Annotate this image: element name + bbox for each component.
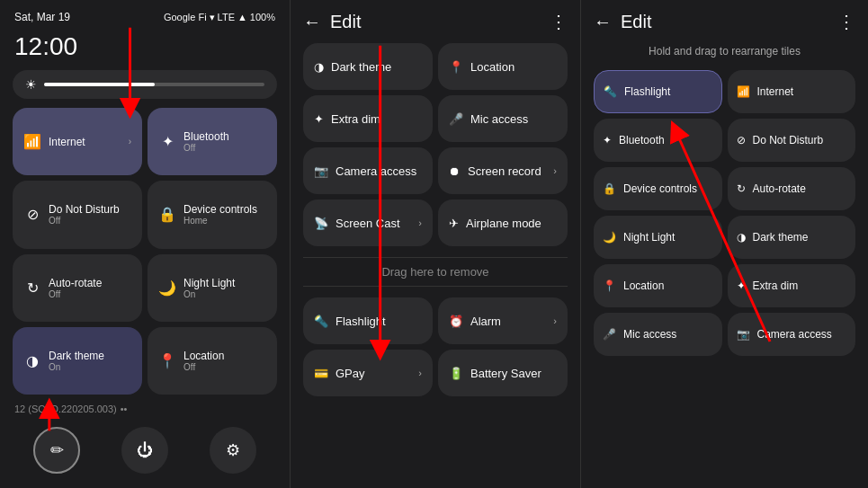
dnd-tile-right[interactable]: ⊘ Do Not Disturb [728,119,856,162]
bluetooth-tile[interactable]: ✦ Bluetooth Off [148,108,277,175]
dark-theme-icon: ◑ [23,352,41,369]
bluetooth-sublabel: Off [183,143,229,153]
time-display: 12:00 [13,32,277,61]
edit-header-middle: ← Edit ⋮ [303,11,568,36]
mic-access-tile-right[interactable]: 🎤 Mic access [594,313,722,356]
dnd-sublabel: Off [49,216,120,226]
gpay-edit-tile[interactable]: 💳 GPay › [303,350,433,396]
battery-saver-edit-icon: 🔋 [449,367,463,380]
power-button[interactable]: ⏻ [121,427,168,474]
camera-access-edit-tile[interactable]: 📷 Camera access [303,147,433,194]
edit-panel-right: ← Edit ⋮ Hold and drag to rearrange tile… [581,0,868,488]
dark-theme-tile[interactable]: ◑ Dark theme On [13,327,142,395]
drag-zone: Drag here to remove [303,257,568,287]
more-button-right[interactable]: ⋮ [837,11,855,32]
airplane-mode-edit-icon: ✈ [449,217,459,230]
wifi-icon: ▾ [210,12,215,23]
mic-access-label-right: Mic access [623,328,676,341]
internet-tile-right[interactable]: 📶 Internet [728,70,856,113]
brightness-bar [44,83,264,86]
camera-access-edit-icon: 📷 [314,164,328,178]
location-edit-tile[interactable]: 📍 Location [438,43,568,90]
extra-dim-tile-right[interactable]: ✦ Extra dim [728,264,856,307]
internet-tile[interactable]: 📶 Internet › [13,108,142,175]
location-edit-icon: 📍 [449,60,463,74]
bluetooth-tile-right[interactable]: ✦ Bluetooth [594,119,722,162]
tiles-grid: 📶 Internet › ✦ Bluetooth Off ⊘ Do Not Di… [13,108,277,395]
flashlight-edit-label: Flashlight [336,315,386,328]
screen-record-edit-tile[interactable]: ⏺ Screen record › [438,147,568,194]
dnd-icon-right: ⊘ [737,134,746,146]
mic-access-edit-tile[interactable]: 🎤 Mic access [438,95,568,142]
dark-theme-edit-tile[interactable]: ◑ Dark theme [303,43,433,90]
internet-chevron: › [129,137,131,146]
screen-cast-edit-tile[interactable]: 📡 Screen Cast › [303,200,433,246]
gpay-chevron: › [418,368,422,378]
location-tile[interactable]: 📍 Location Off [148,327,277,395]
night-light-sublabel: On [183,289,235,299]
flashlight-tile-right[interactable]: 🔦 Flashlight [594,70,722,113]
device-controls-label: Device controls [183,203,257,216]
night-light-label-right: Night Light [623,231,675,244]
edit-title-middle: Edit [330,12,541,32]
bottom-actions: ✏ ⏻ ⚙ [13,423,277,477]
network-label: LTE [218,12,235,22]
flashlight-icon-right: 🔦 [604,85,617,98]
flashlight-edit-icon: 🔦 [314,315,328,328]
camera-access-icon-right: 📷 [737,328,750,341]
power-icon: ⏻ [137,441,153,460]
extra-dim-label-right: Extra dim [753,279,799,292]
internet-icon-right: 📶 [737,85,750,98]
night-light-tile-right[interactable]: 🌙 Night Light [594,216,722,259]
dnd-tile[interactable]: ⊘ Do Not Disturb Off [13,181,142,248]
extra-dim-edit-tile[interactable]: ✦ Extra dim [303,95,433,142]
extra-dim-icon-right: ✦ [737,279,746,292]
auto-rotate-tile-right[interactable]: ↻ Auto-rotate [728,167,856,210]
battery-saver-edit-tile[interactable]: 🔋 Battery Saver [438,350,568,396]
flashlight-label-right: Flashlight [624,85,670,98]
more-button-middle[interactable]: ⋮ [550,11,568,32]
edit-header-right: ← Edit ⋮ [594,11,855,36]
device-controls-tile-right[interactable]: 🔒 Device controls [594,167,722,210]
location-icon-right: 📍 [603,279,616,292]
alarm-edit-tile[interactable]: ⏰ Alarm › [438,297,568,344]
screen-record-chevron: › [553,165,557,176]
edit-icon: ✏ [50,440,64,460]
settings-button[interactable]: ⚙ [210,427,256,474]
location-tile-right[interactable]: 📍 Location [594,264,722,307]
edit-button[interactable]: ✏ [33,427,80,474]
alarm-chevron: › [553,315,557,326]
camera-access-edit-label: Camera access [336,164,416,178]
edit-tiles-grid-top: ◑ Dark theme 📍 Location ✦ Extra dim 🎤 Mi… [303,43,568,246]
screen-record-edit-label: Screen record [468,164,541,178]
auto-rotate-tile[interactable]: ↻ Auto-rotate Off [13,254,142,322]
airplane-mode-edit-label: Airplane mode [466,217,541,230]
auto-rotate-label-right: Auto-rotate [753,182,806,195]
device-controls-label-right: Device controls [623,182,697,195]
alarm-edit-icon: ⏰ [449,315,463,328]
date-display: Sat, Mar 19 [14,11,70,23]
mic-access-edit-icon: 🎤 [449,112,463,126]
status-icons: Google Fi ▾ LTE ▲ 100% [164,12,275,23]
dnd-label-right: Do Not Disturb [753,134,824,146]
back-button-right[interactable]: ← [594,12,612,32]
mic-access-icon-right: 🎤 [603,328,616,341]
dark-theme-edit-label: Dark theme [331,60,391,74]
device-controls-tile[interactable]: 🔒 Device controls Home [148,181,277,248]
hint-text: Hold and drag to rearrange tiles [594,41,855,65]
internet-icon: 📶 [23,133,41,150]
back-button-middle[interactable]: ← [303,12,321,32]
screen-cast-edit-label: Screen Cast [336,217,400,230]
location-label-right: Location [623,279,664,292]
brightness-slider[interactable]: ☀ [13,70,277,99]
bluetooth-icon: ✦ [158,133,176,150]
edit3-tiles-grid: 🔦 Flashlight 📶 Internet ✦ Bluetooth ⊘ Do… [594,70,855,356]
device-controls-sublabel: Home [183,216,257,226]
airplane-mode-edit-tile[interactable]: ✈ Airplane mode [438,200,568,246]
dark-theme-edit-icon: ◑ [314,60,324,74]
night-light-tile[interactable]: 🌙 Night Light On [148,254,277,322]
flashlight-edit-tile[interactable]: 🔦 Flashlight [303,297,433,344]
dark-theme-sublabel: On [49,362,104,372]
camera-access-tile-right[interactable]: 📷 Camera access [728,313,856,356]
dark-theme-tile-right[interactable]: ◑ Dark theme [728,216,856,259]
